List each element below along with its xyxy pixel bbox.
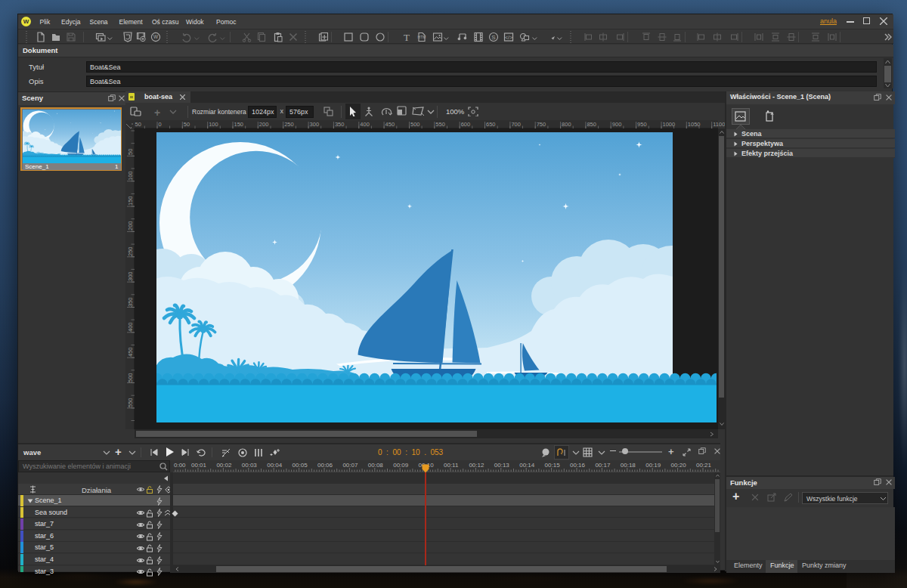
- svg-text:W: W: [153, 34, 159, 39]
- svg-text:HTM: HTM: [418, 35, 426, 39]
- svg-text:</>: </>: [505, 35, 512, 40]
- svg-text:T: T: [404, 32, 410, 42]
- svg-text:S: S: [491, 34, 495, 41]
